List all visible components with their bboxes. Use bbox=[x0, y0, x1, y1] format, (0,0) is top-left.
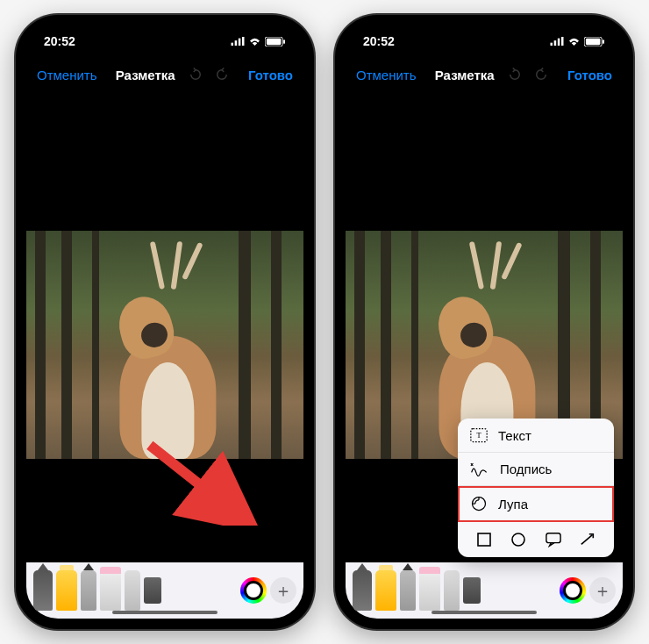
svg-rect-2 bbox=[239, 39, 241, 46]
svg-rect-1 bbox=[235, 40, 238, 46]
svg-rect-0 bbox=[232, 43, 234, 46]
svg-point-20 bbox=[512, 533, 524, 546]
nav-bar: Отменить Разметка Готово bbox=[26, 57, 303, 92]
pen-tool[interactable] bbox=[33, 570, 53, 611]
shape-arrow[interactable] bbox=[579, 531, 596, 548]
wifi-icon bbox=[567, 37, 581, 47]
eraser-tool[interactable] bbox=[100, 570, 121, 611]
menu-item-magnifier[interactable]: Лупа bbox=[458, 486, 614, 522]
color-picker-button[interactable] bbox=[560, 577, 586, 604]
svg-line-22 bbox=[581, 535, 593, 545]
cancel-button[interactable]: Отменить bbox=[356, 68, 417, 82]
home-indicator[interactable] bbox=[112, 611, 218, 614]
status-icons bbox=[550, 37, 605, 47]
phone-left: 20:52 Отменить Разметка Готово bbox=[16, 15, 314, 629]
ruler-tool[interactable] bbox=[144, 577, 161, 604]
svg-rect-11 bbox=[558, 39, 560, 46]
text-icon: T bbox=[470, 427, 488, 443]
marker-tool[interactable] bbox=[375, 570, 396, 611]
svg-rect-3 bbox=[242, 37, 245, 46]
svg-rect-10 bbox=[554, 40, 557, 46]
pencil-tool[interactable] bbox=[81, 570, 96, 611]
status-icons bbox=[231, 37, 286, 47]
wifi-icon bbox=[248, 37, 261, 47]
screen: 20:52 Отменить Разметка Готово bbox=[346, 25, 623, 619]
pencil-tool[interactable] bbox=[400, 570, 416, 611]
add-button[interactable]: ＋ bbox=[270, 577, 296, 604]
menu-item-signature[interactable]: Подпись bbox=[458, 453, 614, 486]
photo bbox=[26, 231, 303, 459]
phone-right: 20:52 Отменить Разметка Готово bbox=[335, 15, 633, 629]
pen-tool[interactable] bbox=[353, 570, 372, 611]
home-indicator[interactable] bbox=[431, 611, 537, 614]
add-menu-popup: T Текст Подпись Лупа bbox=[458, 419, 614, 557]
redo-icon[interactable] bbox=[533, 67, 549, 82]
svg-rect-14 bbox=[586, 38, 601, 44]
undo-icon[interactable] bbox=[507, 67, 523, 82]
ruler-tool[interactable] bbox=[463, 577, 481, 604]
shape-speech-bubble[interactable] bbox=[545, 531, 562, 548]
svg-text:T: T bbox=[476, 431, 481, 440]
add-button[interactable]: ＋ bbox=[589, 577, 616, 604]
screen: 20:52 Отменить Разметка Готово bbox=[26, 25, 303, 619]
notch bbox=[99, 25, 231, 48]
svg-rect-12 bbox=[561, 37, 564, 46]
svg-rect-19 bbox=[478, 533, 490, 546]
signal-icon bbox=[231, 37, 245, 46]
page-title: Разметка bbox=[435, 68, 495, 82]
menu-item-label: Текст bbox=[498, 428, 531, 443]
status-time: 20:52 bbox=[44, 34, 75, 48]
lasso-tool[interactable] bbox=[125, 570, 140, 611]
battery-icon bbox=[584, 37, 605, 47]
redo-icon[interactable] bbox=[214, 67, 230, 82]
menu-shapes-row bbox=[458, 522, 614, 557]
color-picker-button[interactable] bbox=[240, 577, 267, 604]
notch bbox=[418, 25, 550, 48]
magnifier-icon bbox=[470, 495, 488, 512]
done-button[interactable]: Готово bbox=[248, 68, 293, 82]
signal-icon bbox=[550, 37, 564, 46]
signature-icon bbox=[470, 462, 489, 476]
canvas[interactable] bbox=[26, 92, 303, 562]
lasso-tool[interactable] bbox=[444, 570, 460, 611]
shape-circle[interactable] bbox=[510, 531, 527, 548]
svg-rect-21 bbox=[546, 533, 560, 543]
menu-item-text[interactable]: T Текст bbox=[458, 419, 614, 453]
shape-square[interactable] bbox=[475, 531, 493, 548]
menu-item-label: Лупа bbox=[498, 497, 528, 512]
done-button[interactable]: Готово bbox=[567, 68, 612, 82]
cancel-button[interactable]: Отменить bbox=[37, 68, 97, 82]
marker-tool[interactable] bbox=[56, 570, 77, 611]
svg-rect-6 bbox=[283, 39, 285, 44]
svg-rect-9 bbox=[551, 43, 553, 46]
svg-rect-5 bbox=[267, 38, 282, 44]
undo-icon[interactable] bbox=[188, 67, 203, 82]
battery-icon bbox=[265, 37, 286, 47]
eraser-tool[interactable] bbox=[419, 570, 440, 611]
status-time: 20:52 bbox=[363, 34, 395, 48]
svg-rect-15 bbox=[603, 39, 604, 44]
menu-item-label: Подпись bbox=[500, 462, 552, 476]
page-title: Разметка bbox=[116, 68, 175, 82]
nav-bar: Отменить Разметка Готово bbox=[346, 57, 623, 92]
